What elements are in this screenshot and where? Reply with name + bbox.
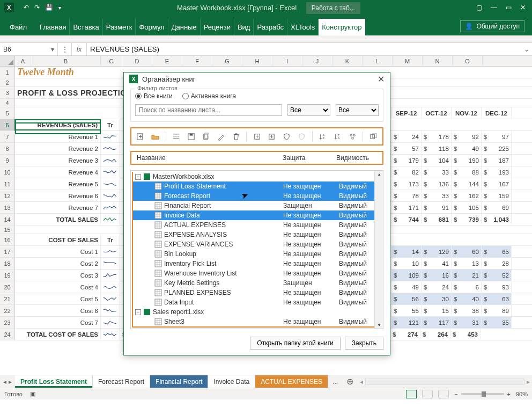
- tree-sheet-row[interactable]: Invoice Data Не защищенВидимый: [133, 210, 382, 220]
- tree-sheet-row[interactable]: Key Metric Settings ЗащищенВидимый: [133, 278, 382, 288]
- tree-workbook-row[interactable]: − Sales report1.xlsx: [133, 307, 382, 317]
- copy-icon[interactable]: [201, 130, 212, 142]
- column-header[interactable]: J: [302, 56, 332, 66]
- row-header[interactable]: 15: [0, 226, 15, 234]
- tree-sheet-row[interactable]: EXPENSE VARIANCES Не защищенВидимый: [133, 239, 382, 249]
- tree-sheet-row[interactable]: EXPENSE ANALYSIS Не защищенВидимый: [133, 230, 382, 239]
- data-cell[interactable]: $104: [422, 155, 452, 166]
- zoom-in-icon[interactable]: +: [507, 391, 511, 397]
- data-cell[interactable]: $41: [422, 258, 452, 269]
- horizontal-scrollbar[interactable]: ◂▸: [358, 375, 532, 388]
- row-header[interactable]: 1: [0, 67, 15, 78]
- formula-bar-expand-icon[interactable]: ⌄: [521, 43, 532, 55]
- data-cell[interactable]: $178: [422, 131, 452, 142]
- data-cell[interactable]: $15: [422, 305, 452, 316]
- ribbon-tab-file[interactable]: Файл: [10, 19, 36, 35]
- data-cell[interactable]: $167: [482, 178, 512, 190]
- data-cell[interactable]: $31: [452, 317, 482, 328]
- open-folder-button[interactable]: Открыть папку этой книги: [250, 337, 340, 350]
- data-cell[interactable]: $24: [422, 281, 452, 293]
- tree-sheet-row[interactable]: Inventory Pick List Не защищенВидимый: [133, 259, 382, 268]
- data-cell[interactable]: $16: [422, 270, 452, 281]
- data-cell[interactable]: $453: [450, 329, 481, 340]
- select-all-corner[interactable]: [0, 56, 15, 67]
- ribbon-tab-рецензи[interactable]: Рецензи: [201, 19, 234, 35]
- filter-dropdown-1[interactable]: Все: [287, 104, 330, 116]
- row-header[interactable]: 16: [0, 234, 15, 246]
- sheet-search-input[interactable]: [135, 104, 282, 116]
- data-cell[interactable]: $193: [482, 166, 512, 178]
- chevron-down-icon[interactable]: ▾: [51, 46, 54, 53]
- data-cell[interactable]: $105: [452, 202, 482, 213]
- row-header[interactable]: 18: [0, 258, 15, 270]
- formula-input[interactable]: [87, 43, 521, 55]
- row-header[interactable]: 7: [0, 131, 15, 143]
- data-cell[interactable]: $93: [482, 281, 512, 293]
- row-header[interactable]: 12: [0, 190, 15, 202]
- row-header[interactable]: 19: [0, 270, 15, 281]
- tree-sheet-row[interactable]: PLANNED EXPENSES Не защищенВидимый: [133, 288, 382, 297]
- ribbon-tab-конструктор[interactable]: Конструктор: [319, 19, 365, 35]
- fx-icon[interactable]: fx: [72, 43, 87, 55]
- sheet-tab[interactable]: Forecast Report: [93, 375, 150, 388]
- ribbon-tab-разметк[interactable]: Разметк: [103, 19, 136, 35]
- data-cell[interactable]: $173: [391, 178, 422, 190]
- tree-sheet-row[interactable]: Data Input Не защищенВидимый: [133, 297, 382, 307]
- data-cell[interactable]: $24: [391, 131, 422, 142]
- macro-record-icon[interactable]: ▣: [30, 390, 35, 397]
- open-folder-icon[interactable]: [150, 130, 161, 142]
- data-cell[interactable]: $162: [452, 190, 482, 201]
- dialog-close-button[interactable]: ✕: [378, 74, 385, 84]
- move-up-icon[interactable]: [251, 130, 263, 142]
- data-cell[interactable]: $57: [391, 143, 422, 154]
- maximize-icon[interactable]: ▭: [506, 4, 512, 11]
- tree-sheet-row[interactable]: Sheet3 Не защищенВидимый: [133, 317, 382, 326]
- rename-icon[interactable]: [215, 130, 227, 142]
- data-cell[interactable]: $1,043: [482, 214, 512, 225]
- ribbon-tab-вставка[interactable]: Вставка: [70, 19, 102, 35]
- tree-sheet-row[interactable]: Warehouse Inventory List Не защищенВидим…: [133, 268, 382, 278]
- data-cell[interactable]: $52: [482, 270, 512, 281]
- data-cell[interactable]: $91: [422, 202, 452, 213]
- row-header[interactable]: 20: [0, 281, 15, 293]
- data-cell[interactable]: $28: [482, 258, 512, 269]
- move-down-icon[interactable]: [266, 130, 278, 142]
- zoom-control[interactable]: − +: [454, 391, 511, 397]
- data-cell[interactable]: $129: [422, 246, 452, 257]
- data-cell[interactable]: $117: [422, 317, 452, 328]
- row-header[interactable]: 4: [0, 99, 15, 107]
- row-header[interactable]: 23: [0, 317, 15, 329]
- column-header[interactable]: N: [423, 56, 453, 66]
- data-cell[interactable]: $55: [391, 305, 422, 316]
- data-cell[interactable]: $97: [482, 131, 512, 142]
- name-box-expand-icon[interactable]: ⋮: [58, 43, 72, 55]
- group-icon[interactable]: [346, 130, 358, 142]
- data-cell[interactable]: $69: [482, 202, 512, 213]
- row-header[interactable]: 8: [0, 143, 15, 155]
- row-header[interactable]: 24: [0, 329, 15, 340]
- ribbon-tab-вид[interactable]: Вид: [234, 19, 254, 35]
- data-cell[interactable]: $681: [422, 214, 452, 225]
- ribbon-tab-главная[interactable]: Главная: [36, 19, 70, 35]
- scrollbar-vertical[interactable]: ▴▾: [374, 171, 383, 329]
- column-header[interactable]: D: [122, 56, 152, 66]
- minimize-icon[interactable]: —: [491, 4, 497, 11]
- data-cell[interactable]: $190: [452, 155, 482, 166]
- data-cell[interactable]: $10: [391, 258, 422, 269]
- data-cell[interactable]: $187: [482, 155, 512, 166]
- sheet-tab[interactable]: Profit Loss Statement: [15, 375, 93, 388]
- data-cell[interactable]: $78: [391, 190, 422, 201]
- tree-collapse-icon[interactable]: −: [135, 309, 141, 315]
- data-cell[interactable]: $136: [422, 178, 452, 190]
- unprotect-icon[interactable]: [296, 130, 308, 142]
- column-header[interactable]: L: [363, 56, 393, 66]
- column-header[interactable]: I: [272, 56, 302, 66]
- data-cell[interactable]: $121: [391, 317, 422, 328]
- sheet-tree[interactable]: − MasterWorkbook.xlsx Profit Loss Statem…: [130, 170, 383, 329]
- tree-sheet-row[interactable]: Bin Lookup Не защищенВидимый: [133, 249, 382, 259]
- data-cell[interactable]: $35: [482, 317, 512, 328]
- tab-nav-next-icon[interactable]: ▸: [9, 378, 12, 386]
- sheet-tabs-more-button[interactable]: ...: [328, 375, 342, 388]
- view-page-break-icon[interactable]: [438, 390, 449, 398]
- row-header[interactable]: 9: [0, 155, 15, 166]
